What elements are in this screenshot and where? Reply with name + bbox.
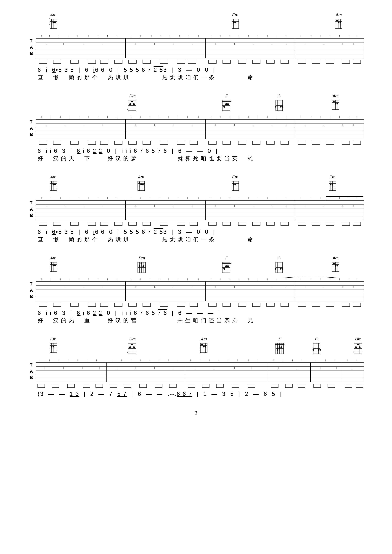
svg-point-179 [335,103,336,104]
svg-text:↑: ↑ [130,115,132,119]
svg-text:↓: ↓ [215,123,216,127]
svg-text:↑: ↑ [339,196,340,200]
svg-point-459 [280,268,282,270]
svg-text:↑: ↑ [158,358,160,362]
svg-text:↑: ↑ [257,358,259,362]
svg-rect-702 [188,384,195,388]
chord-grid-svg [274,261,284,274]
svg-rect-671 [83,384,90,388]
section-4: Am Dm f F [28,256,364,324]
svg-point-152 [227,103,229,105]
svg-text:↓: ↓ [64,204,66,208]
svg-text:↓: ↓ [83,42,85,46]
svg-text:↓: ↓ [252,204,254,208]
svg-rect-104 [209,60,216,63]
svg-text:↑: ↑ [219,277,221,281]
svg-text:↑: ↑ [168,115,169,119]
svg-text:↓: ↓ [191,285,193,289]
svg-text:↓: ↓ [252,285,254,289]
svg-text:f: f [49,24,50,26]
svg-rect-150 [222,101,231,102]
svg-rect-345 [39,222,47,226]
svg-text:↓: ↓ [271,123,273,127]
svg-rect-543 [281,303,288,306]
svg-rect-703 [202,384,209,388]
svg-text:↓: ↓ [101,204,103,208]
chord-grid-svg [331,99,340,110]
svg-rect-714 [285,384,293,388]
svg-text:↑: ↑ [320,34,322,38]
svg-rect-401 [326,222,334,226]
svg-rect-713 [271,384,278,388]
svg-text:↓: ↓ [135,366,136,370]
svg-point-38 [340,22,341,23]
svg-text:↑: ↑ [77,34,78,38]
svg-point-305 [234,184,236,186]
svg-point-612 [277,349,279,351]
svg-rect-246 [209,141,216,145]
svg-text:↑: ↑ [77,358,78,362]
svg-rect-705 [232,384,239,388]
chord-name: Am [336,13,342,17]
svg-text:↑: ↑ [329,115,331,119]
section-2: Dm f [28,94,364,162]
svg-point-639 [355,346,357,348]
svg-text:↑: ↑ [300,277,301,281]
svg-text:↓: ↓ [323,123,325,127]
svg-text:↑: ↑ [97,115,99,119]
chord-grid-svg [334,18,343,29]
svg-rect-722 [328,384,335,388]
svg-text:↓: ↓ [101,285,103,289]
svg-rect-706 [248,384,255,388]
svg-text:↑: ↑ [41,196,42,200]
svg-text:↑: ↑ [50,277,52,281]
svg-point-624 [313,349,314,351]
svg-rect-727 [356,384,363,388]
svg-text:B: B [30,375,33,380]
svg-point-583 [133,346,135,348]
svg-point-418 [51,263,52,264]
section-3: Am Am Em [28,175,364,243]
svg-text:T: T [30,201,32,205]
svg-rect-364 [143,222,151,226]
svg-text:↑: ↑ [140,358,141,362]
svg-text:↑: ↑ [356,34,357,38]
svg-text:↓: ↓ [285,123,287,127]
svg-text:T: T [30,362,32,367]
notation-line-4: 6 i i 6 3 | 6 i 6 2 2 0 | i i i 6 7 6 5 … [28,310,364,316]
svg-text:↓: ↓ [83,204,85,208]
svg-text:↑: ↑ [219,115,221,119]
svg-text:↑: ↑ [347,358,348,362]
svg-rect-523 [190,303,197,306]
svg-text:↑: ↑ [197,34,199,38]
chord-grid-svg: 1 f [49,18,58,29]
svg-text:↑: ↑ [310,34,312,38]
svg-rect-541 [252,303,260,306]
svg-text:↑: ↑ [158,196,160,200]
chord-row-2: Dm f [28,94,364,114]
svg-text:↓: ↓ [353,204,354,208]
svg-text:↑: ↑ [187,196,188,200]
svg-text:↑: ↑ [248,358,249,362]
svg-text:A: A [30,369,33,374]
svg-text:↑: ↑ [229,277,231,281]
svg-text:↑: ↑ [130,358,132,362]
svg-rect-555 [298,303,306,306]
svg-text:↓: ↓ [45,285,47,289]
svg-text:↑: ↑ [67,34,69,38]
svg-point-570 [51,346,52,348]
svg-point-417 [54,265,56,267]
svg-point-280 [51,182,52,183]
svg-text:↓: ↓ [353,123,354,127]
svg-text:↓: ↓ [191,123,193,127]
svg-rect-687 [140,384,147,388]
svg-text:↑: ↑ [60,277,61,281]
svg-point-138 [129,103,131,105]
svg-text:↓: ↓ [82,366,83,370]
svg-rect-556 [312,303,320,306]
svg-text:↓: ↓ [135,285,136,289]
svg-text:↑: ↑ [329,34,331,38]
svg-rect-265 [326,141,334,145]
svg-point-291 [140,184,142,186]
svg-text:↑: ↑ [149,277,151,281]
